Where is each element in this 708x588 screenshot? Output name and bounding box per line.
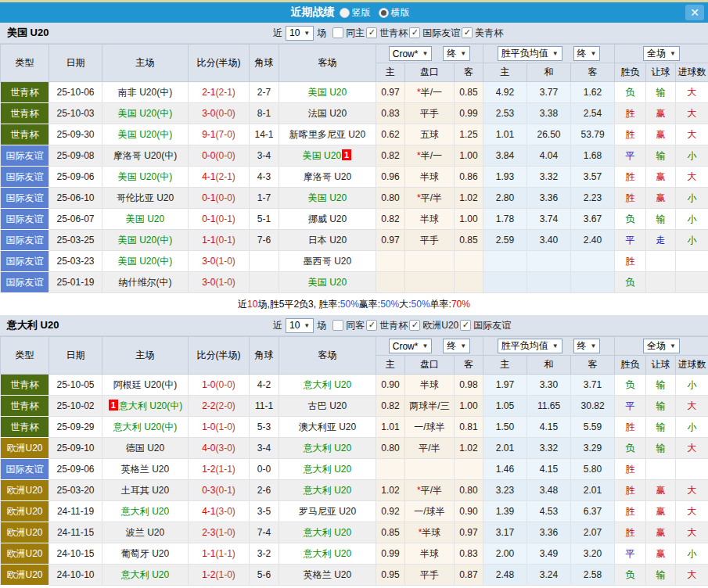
- avg-draw-odds: 3.24: [527, 565, 571, 586]
- home-team-cell: 哥伦比亚 U20: [102, 188, 189, 209]
- league-label-0: 世青杯: [379, 27, 408, 40]
- avg-away-odds: 3.57: [571, 167, 615, 188]
- home-team: 德国 U20: [126, 443, 164, 454]
- away-team: 美国 U20: [308, 192, 347, 203]
- league-checkbox-0[interactable]: ✓: [366, 27, 377, 38]
- handicap-result-cell: 赢: [646, 501, 676, 522]
- odds-provider-select[interactable]: Crow*▼: [389, 46, 433, 61]
- odds-provider-select[interactable]: Crow*▼: [389, 339, 433, 353]
- handicap-cell: 一/球半: [405, 501, 455, 522]
- league-checkbox-1[interactable]: ✓: [409, 320, 420, 331]
- away-odds: 0.97: [455, 522, 483, 543]
- same-venue-checkbox[interactable]: [332, 320, 343, 331]
- away-team-cell: 摩洛哥 U20: [279, 167, 376, 188]
- avg-odds-select[interactable]: 胜平负均值▼: [498, 46, 562, 61]
- away-team-cell: 意大利 U20: [279, 438, 376, 459]
- goals-result-cell: 大: [676, 103, 708, 124]
- away-team-cell: 新喀里多尼亚 U20: [279, 124, 376, 145]
- league-type-badge: 世青杯: [1, 82, 49, 103]
- away-team-cell: 美国 U201: [279, 145, 376, 167]
- avg-draw-odds: 3.36: [527, 188, 571, 209]
- handicap-cell: *平/半: [405, 480, 455, 501]
- handicap-result-cell: 输: [646, 145, 676, 167]
- away-team: 新喀里多尼亚 U20: [289, 129, 365, 140]
- league-checkbox-1[interactable]: ✓: [409, 27, 420, 38]
- scope-select-label: 全场: [647, 47, 666, 60]
- avg-away-odds: 2.23: [571, 188, 615, 209]
- away-odds: 1.02: [455, 188, 483, 209]
- league-checkbox-0[interactable]: ✓: [366, 320, 377, 331]
- table-row: 世青杯25-10-05阿根廷 U20(中)1-0(0-0)4-2意大利 U200…: [1, 375, 708, 396]
- avg-odds-select[interactable]: 胜平负均值▼: [498, 339, 562, 353]
- avg-final-select[interactable]: 终▼: [573, 339, 601, 353]
- home-team-cell: 意大利 U20: [102, 501, 189, 522]
- avg-away-odds: 5.59: [571, 417, 615, 438]
- home-team: 哥伦比亚 U20: [117, 192, 174, 203]
- half-time-score: (0-0): [216, 192, 235, 203]
- away-team-cell: 罗马尼亚 U20: [279, 501, 376, 522]
- chevron-down-icon: ▼: [591, 342, 597, 350]
- corner-count: [250, 251, 279, 272]
- odds-provider-select-label: Crow*: [393, 341, 419, 352]
- sub-column-header-4: 和: [527, 356, 571, 375]
- radio-vertical-icon[interactable]: [340, 8, 350, 18]
- league-type-badge: 世青杯: [1, 396, 49, 417]
- corner-count: 7-4: [250, 522, 279, 543]
- chevron-down-icon: ▼: [460, 342, 466, 350]
- handicap-result-cell: 赢: [646, 124, 676, 145]
- odds-final-select[interactable]: 终▼: [443, 339, 470, 353]
- home-team: 意大利 U20(中): [113, 421, 177, 432]
- goals-result-cell: 大: [676, 167, 708, 188]
- avg-home-odds: 1.50: [483, 417, 527, 438]
- away-team: 罗马尼亚 U20: [299, 506, 356, 517]
- away-team-cell: 澳大利亚 U20: [279, 417, 376, 438]
- handicap-line: 平/半: [421, 485, 442, 496]
- league-checkbox-2[interactable]: ✓: [462, 27, 473, 38]
- radio-horizontal-icon[interactable]: [379, 8, 389, 18]
- league-checkbox-2[interactable]: ✓: [460, 320, 471, 331]
- chevron-down-icon: ▼: [552, 50, 559, 57]
- handicap-result-cell: 赢: [646, 167, 676, 188]
- odds-final-select[interactable]: 终▼: [443, 46, 470, 61]
- avg-home-odds: 3.23: [483, 480, 527, 501]
- avg-home-odds: 3.17: [483, 522, 527, 543]
- home-team-cell: 英格兰 U20: [102, 459, 189, 480]
- odds-provider-group: Crow*▼终▼: [376, 46, 483, 61]
- full-time-score: 0-0: [202, 150, 215, 161]
- match-count-select[interactable]: 10▼: [286, 318, 314, 333]
- sections-container: 美国 U20近10▼场同主✓世青杯✓国际友谊✓美青杯类型日期主场比分(半场)角球…: [0, 23, 708, 586]
- scope-select[interactable]: 全场▼: [643, 339, 680, 353]
- team-name: 美国 U20: [0, 26, 273, 40]
- away-team-cell: 挪威 U20: [279, 209, 376, 230]
- summary-part-7: 50%: [412, 299, 430, 310]
- handicap-line: 半球: [420, 213, 439, 224]
- close-icon[interactable]: ✕: [685, 5, 704, 20]
- table-row: 国际友谊25-03-23美国 U20(中)3-0(1-0)墨西哥 U20胜: [1, 251, 708, 272]
- avg-home-odds: 1.01: [483, 124, 527, 145]
- handicap-cell: 平手: [405, 230, 455, 251]
- handicap-cell: 平手: [405, 565, 455, 586]
- goals-result-cell: 大: [676, 124, 708, 145]
- full-time-score: 4-1: [202, 506, 215, 517]
- handicap-cell: [405, 272, 455, 293]
- radio-horizontal-layout[interactable]: 横版: [379, 6, 410, 20]
- avg-away-odds: 2.40: [571, 230, 615, 251]
- avg-away-odds: 53.79: [571, 124, 615, 145]
- avg-away-odds: 2.54: [571, 103, 615, 124]
- league-type-badge: 欧洲U20: [1, 501, 49, 522]
- away-odds: [455, 272, 483, 293]
- scope-select[interactable]: 全场▼: [643, 46, 680, 61]
- radio-vertical-layout[interactable]: 竖版: [340, 6, 371, 20]
- handicap-cell: 五球: [405, 124, 455, 145]
- same-venue-checkbox[interactable]: [332, 27, 343, 38]
- match-date: 24-11-19: [49, 501, 102, 522]
- score-cell: 1-1(1-1): [189, 543, 250, 565]
- avg-draw-odds: 3.36: [527, 522, 571, 543]
- avg-final-select[interactable]: 终▼: [573, 46, 601, 61]
- result-cell: 胜: [615, 417, 646, 438]
- match-count-select[interactable]: 10▼: [286, 26, 314, 41]
- avg-away-odds: 2.58: [571, 565, 615, 586]
- home-team: 纳什维尔(中): [119, 277, 172, 288]
- avg-away-odds: 2.01: [571, 480, 615, 501]
- handicap-result-cell: [646, 459, 676, 480]
